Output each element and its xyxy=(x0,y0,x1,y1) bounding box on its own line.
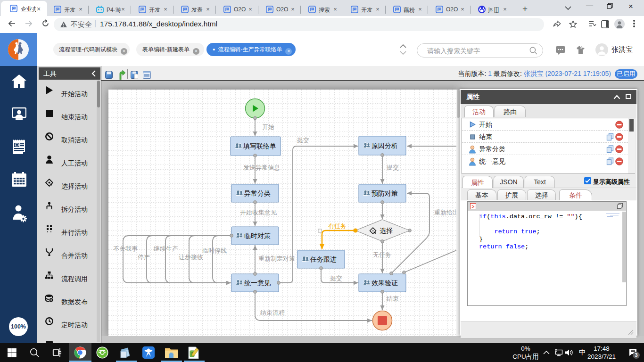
svg-text:有任务: 有任务 xyxy=(328,222,347,230)
svg-text:无任务: 无任务 xyxy=(373,251,391,258)
svg-text:任务跟进: 任务跟进 xyxy=(310,255,337,263)
svg-text:结束流程: 结束流程 xyxy=(260,309,285,316)
svg-text:预防对策: 预防对策 xyxy=(372,189,398,197)
svg-text:继续生产: 继续生产 xyxy=(153,245,178,252)
svg-text:重新给出预防对策: 重新给出预防对策 xyxy=(434,209,460,216)
svg-text:发送异常信息: 发送异常信息 xyxy=(243,164,280,171)
svg-text:统一意见: 统一意见 xyxy=(244,279,271,287)
svg-text:结束: 结束 xyxy=(387,295,399,302)
svg-text:提交: 提交 xyxy=(297,137,309,144)
svg-text:提交: 提交 xyxy=(386,164,399,171)
svg-text:原因分析: 原因分析 xyxy=(372,142,398,149)
svg-text:临时停线: 临时停线 xyxy=(202,247,227,254)
svg-text:让步接收: 让步接收 xyxy=(179,254,203,261)
svg-text:开始收集意见: 开始收集意见 xyxy=(240,209,277,216)
svg-text:提交: 提交 xyxy=(330,275,342,282)
svg-text:不关我事: 不关我事 xyxy=(113,245,138,252)
svg-text:选择: 选择 xyxy=(380,227,393,234)
svg-text:重新制定对策: 重新制定对策 xyxy=(258,255,295,262)
svg-text:开始: 开始 xyxy=(262,123,274,131)
svg-text:效果验证: 效果验证 xyxy=(372,279,398,287)
svg-text:停产: 停产 xyxy=(138,254,150,261)
svg-text:临时对策: 临时对策 xyxy=(244,232,271,239)
svg-text:填写联络单: 填写联络单 xyxy=(243,142,276,150)
svg-text:异常分类: 异常分类 xyxy=(244,189,271,197)
